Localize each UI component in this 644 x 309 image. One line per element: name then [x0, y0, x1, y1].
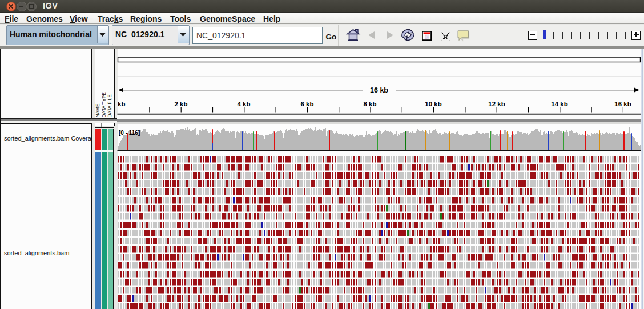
svg-text:16 kb: 16 kb	[614, 101, 631, 107]
svg-text:4 kb: 4 kb	[237, 101, 250, 107]
svg-text:[0 - 116]: [0 - 116]	[119, 130, 140, 136]
svg-text:8 kb: 8 kb	[363, 101, 376, 107]
svg-text:12 kb: 12 kb	[488, 101, 505, 107]
svg-text:16 kb: 16 kb	[370, 86, 388, 94]
svg-text:6 kb: 6 kb	[300, 101, 313, 107]
svg-text:kb: kb	[118, 101, 125, 107]
svg-text:2 kb: 2 kb	[174, 101, 187, 107]
svg-text:10 kb: 10 kb	[425, 101, 441, 107]
svg-text:14 kb: 14 kb	[551, 101, 567, 107]
